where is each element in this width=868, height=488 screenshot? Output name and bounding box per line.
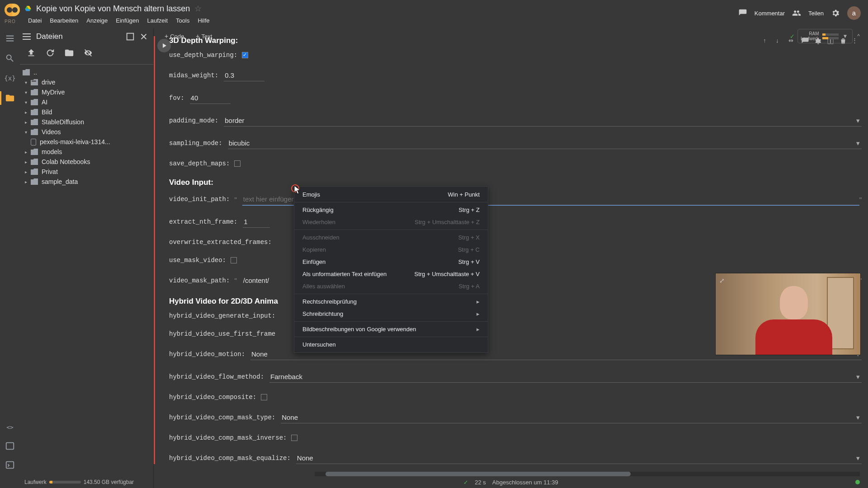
folder-videos[interactable]: ▾Videos: [23, 128, 153, 136]
variables-icon[interactable]: {x}: [5, 73, 15, 83]
select-sampling-mode[interactable]: bicubic: [228, 137, 862, 149]
files-title: Dateien: [36, 32, 63, 41]
menu-datei[interactable]: Datei: [24, 15, 45, 26]
label-hybrid-flow: hybrid_video_flow_method:: [169, 373, 264, 380]
popout-icon[interactable]: [125, 32, 135, 42]
ctx-direction[interactable]: Schreibrichtung▸: [294, 308, 488, 320]
folder-sd[interactable]: ▸StableDiffusion: [23, 118, 153, 126]
select-hybrid-mask-type[interactable]: None: [281, 412, 862, 423]
ctx-img-desc[interactable]: Bildbeschreibungen von Google verwenden▸: [294, 323, 488, 335]
comment-icon[interactable]: [738, 9, 747, 18]
select-padding-mode[interactable]: border: [224, 115, 862, 127]
input-midas-weight[interactable]: 0.3: [224, 70, 264, 81]
disk-free: 143.50 GB verfügbar: [84, 479, 134, 485]
avatar[interactable]: a: [847, 6, 861, 20]
ctx-paste-plain[interactable]: Als unformatierten Text einfügenStrg + U…: [294, 268, 488, 280]
drive-icon: [24, 5, 32, 12]
code-icon[interactable]: <>: [5, 422, 15, 432]
section-video-input: Video Input:: [169, 178, 862, 187]
menu-tools[interactable]: Tools: [172, 15, 193, 26]
status-check-icon: ✓: [790, 33, 795, 40]
terminal-icon[interactable]: [5, 441, 15, 451]
refresh-icon[interactable]: [45, 48, 55, 58]
close-icon[interactable]: [139, 32, 149, 42]
add-code-button[interactable]: +Code: [161, 31, 188, 42]
kommentar-button[interactable]: Kommentar: [755, 10, 785, 17]
star-icon[interactable]: ☆: [194, 4, 202, 14]
svg-rect-1: [6, 462, 14, 469]
ctx-undo[interactable]: RückgängigStrg + Z: [294, 204, 488, 216]
disk-usage-bar: [49, 481, 81, 483]
ctx-inspect[interactable]: Untersuchen: [294, 338, 488, 351]
notebook-title[interactable]: Kopie von Kopie von Mensch altern lassen: [36, 4, 190, 14]
label-save-depth-maps: save_depth_maps:: [169, 160, 230, 167]
ctx-select-all[interactable]: Alles auswählenStrg + A: [294, 280, 488, 292]
mount-drive-icon[interactable]: [64, 48, 74, 58]
toc-icon[interactable]: [5, 33, 15, 43]
label-midas-weight: midas_weight:: [169, 72, 218, 79]
input-video-mask-path[interactable]: /content/: [242, 275, 270, 286]
folder-bild[interactable]: ▸Bild: [23, 108, 153, 116]
teilen-button[interactable]: Teilen: [808, 10, 824, 17]
status-done: Abgeschlossen um 11:39: [492, 479, 558, 486]
move-down-icon[interactable]: ↓: [776, 37, 784, 45]
input-extract-nth[interactable]: 1: [243, 216, 270, 228]
file-video[interactable]: pexels-maxi-leiva-1314...: [23, 138, 153, 145]
ctx-redo[interactable]: WiederholenStrg + Umschalttaste + Z: [294, 216, 488, 228]
input-fov[interactable]: 40: [190, 92, 231, 104]
chk-use-mask-video[interactable]: [231, 257, 237, 263]
horizontal-scrollbar[interactable]: [315, 472, 860, 476]
menu-anzeige[interactable]: Anzeige: [83, 15, 111, 26]
menu-einfuegen[interactable]: Einfügen: [112, 15, 142, 26]
add-text-button[interactable]: +Text: [192, 31, 216, 42]
cursor-icon: [294, 185, 301, 196]
folder-sample[interactable]: ▸sample_data: [23, 178, 153, 185]
folder-models[interactable]: ▸models: [23, 148, 153, 155]
chk-hybrid-mask-inverse[interactable]: [291, 435, 297, 441]
label-hybrid-mask-type: hybrid_video_comp_mask_type:: [169, 414, 275, 421]
label-overwrite-frames: overwrite_extracted_frames:: [169, 239, 272, 246]
label-hybrid-first-frame: hybrid_video_use_first_frame: [169, 330, 275, 338]
folder-drive[interactable]: ▾drive: [23, 79, 153, 86]
search-icon[interactable]: [5, 53, 15, 63]
label-hybrid-motion: hybrid_video_motion:: [169, 351, 245, 358]
chk-save-depth-maps[interactable]: [234, 160, 241, 167]
label-video-mask-path: video_mask_path:: [169, 277, 230, 284]
menubar: Datei Bearbeiten Anzeige Einfügen Laufze…: [24, 15, 738, 26]
command-icon[interactable]: [5, 460, 15, 470]
files-tab-icon[interactable]: [5, 93, 15, 103]
move-up-icon[interactable]: ↑: [763, 37, 771, 45]
label-use-mask-video: use_mask_video:: [169, 257, 226, 264]
hide-icon[interactable]: [83, 48, 93, 58]
folder-privat[interactable]: ▸Privat: [23, 168, 153, 175]
menu-bearbeiten[interactable]: Bearbeiten: [46, 15, 82, 26]
select-hybrid-flow[interactable]: Farneback: [269, 371, 862, 383]
ctx-emojis[interactable]: EmojisWin + Punkt: [294, 188, 488, 201]
folder-up[interactable]: ..: [23, 69, 153, 76]
section-3d-warping: 3D Depth Warping:: [169, 36, 862, 45]
label-sampling-mode: sampling_mode:: [169, 140, 222, 147]
chevron-down-icon[interactable]: ▼: [840, 33, 849, 39]
ctx-paste[interactable]: EinfügenStrg + V: [294, 256, 488, 268]
select-hybrid-mask-equalize[interactable]: None: [296, 452, 862, 464]
ram-meter[interactable]: RAMLaufwerk ▼: [797, 29, 853, 43]
menu-hilfe[interactable]: Hilfe: [194, 15, 213, 26]
folder-mydrive[interactable]: ▾MyDrive: [23, 89, 153, 96]
ctx-cut[interactable]: AusschneidenStrg + X: [294, 231, 488, 244]
toggle-header-icon[interactable]: ^: [855, 33, 862, 39]
menu-laufzeit[interactable]: Laufzeit: [144, 15, 172, 26]
folder-colab[interactable]: ▸Colab Notebooks: [23, 158, 153, 165]
folder-ai[interactable]: ▾AI: [23, 99, 153, 106]
ctx-copy[interactable]: KopierenStrg + C: [294, 244, 488, 256]
label-use-depth-warping: use_depth_warping:: [169, 52, 237, 59]
ctx-spellcheck[interactable]: Rechtschreibprüfung▸: [294, 296, 488, 308]
share-icon[interactable]: [792, 9, 801, 18]
upload-icon[interactable]: [26, 48, 36, 58]
webcam-overlay: ⤢: [715, 273, 861, 355]
gear-icon[interactable]: [831, 9, 840, 18]
label-hybrid-mask-inverse: hybrid_video_comp_mask_inverse:: [169, 434, 287, 441]
menu-icon[interactable]: [23, 33, 31, 40]
chk-use-depth-warping[interactable]: [242, 52, 248, 58]
chk-hybrid-composite[interactable]: [261, 394, 267, 400]
svg-rect-0: [6, 443, 14, 450]
